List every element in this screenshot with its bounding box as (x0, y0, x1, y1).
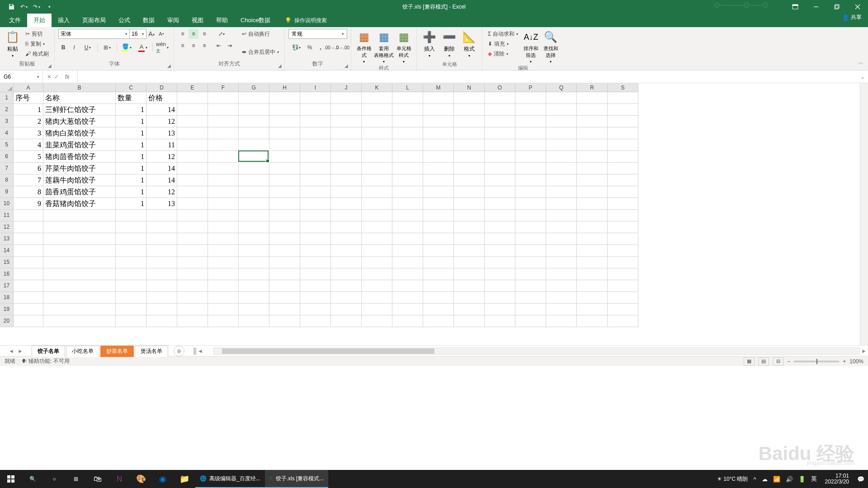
cell-J15[interactable] (331, 257, 362, 268)
cell-J20[interactable] (331, 315, 362, 327)
battery-icon[interactable]: 🔋 (798, 476, 806, 483)
align-top-button[interactable]: ≡ (178, 29, 188, 39)
cell-H5[interactable] (269, 139, 300, 151)
underline-button[interactable]: U▾ (80, 42, 95, 52)
cell-P7[interactable] (515, 163, 546, 174)
cell-M19[interactable] (423, 304, 454, 315)
taskbar-chrome[interactable]: 🌐高级编辑器_百度经... (195, 470, 265, 488)
cell-D15[interactable] (146, 257, 177, 268)
cell-M10[interactable] (423, 198, 454, 210)
cell-I20[interactable] (300, 315, 331, 327)
wrap-text-button[interactable]: ↩自动换行 (240, 29, 281, 39)
cell-F7[interactable] (208, 163, 239, 174)
cell-F18[interactable] (208, 292, 239, 304)
font-color-button[interactable]: A▾ (135, 42, 151, 52)
col-header-B[interactable]: B (43, 83, 116, 92)
cell-L16[interactable] (392, 268, 423, 280)
row-header-14[interactable]: 14 (0, 245, 14, 257)
cell-Q13[interactable] (546, 233, 577, 245)
ribbon-tab-公式[interactable]: 公式 (112, 14, 137, 27)
cell-I13[interactable] (300, 233, 331, 245)
col-header-E[interactable]: E (177, 83, 208, 92)
save-button[interactable] (5, 1, 17, 13)
cell-H16[interactable] (269, 268, 300, 280)
cell-R14[interactable] (577, 245, 608, 257)
cell-I8[interactable] (300, 174, 331, 186)
cell-J8[interactable] (331, 174, 362, 186)
cell-Q6[interactable] (546, 151, 577, 163)
cell-C10[interactable]: 1 (116, 198, 146, 210)
cell-N13[interactable] (454, 233, 485, 245)
italic-button[interactable]: I (69, 42, 79, 52)
cell-I16[interactable] (300, 268, 331, 280)
fill-color-button[interactable]: 🪣▾ (119, 42, 134, 52)
cell-P9[interactable] (515, 186, 546, 198)
cell-C7[interactable]: 1 (116, 163, 146, 174)
cell-S19[interactable] (608, 304, 638, 315)
cell-P16[interactable] (515, 268, 546, 280)
decrease-font-button[interactable]: A▾ (156, 29, 166, 39)
cell-R17[interactable] (577, 280, 608, 292)
notifications-icon[interactable]: 💬 (857, 476, 864, 483)
cell-B18[interactable] (43, 292, 116, 304)
cell-H7[interactable] (269, 163, 300, 174)
edge-icon[interactable]: ◉ (152, 470, 174, 488)
cell-O16[interactable] (485, 268, 515, 280)
insert-cells-button[interactable]: ➕插入▾ (420, 29, 439, 59)
cell-K19[interactable] (362, 304, 392, 315)
cell-I19[interactable] (300, 304, 331, 315)
cell-R19[interactable] (577, 304, 608, 315)
formula-bar[interactable] (78, 70, 857, 83)
tray-chevron-icon[interactable]: ^ (754, 476, 756, 483)
cell-D12[interactable] (146, 221, 177, 233)
cell-Q9[interactable] (546, 186, 577, 198)
cell-H6[interactable] (269, 151, 300, 163)
cell-D8[interactable]: 14 (146, 174, 177, 186)
cell-Q4[interactable] (546, 127, 577, 139)
row-header-9[interactable]: 9 (0, 186, 14, 198)
cell-F3[interactable] (208, 116, 239, 127)
clear-button[interactable]: ◆清除▾ (486, 49, 520, 59)
row-header-7[interactable]: 7 (0, 163, 14, 174)
hscroll-left[interactable]: ◄ (196, 348, 204, 354)
col-header-C[interactable]: C (116, 83, 146, 92)
dialog-launcher-icon[interactable]: ◢ (167, 63, 171, 68)
cell-A14[interactable] (14, 245, 43, 257)
cell-Q7[interactable] (546, 163, 577, 174)
cancel-formula-icon[interactable]: ✕ (47, 74, 52, 80)
cell-Q5[interactable] (546, 139, 577, 151)
cell-S2[interactable] (608, 104, 638, 116)
cell-P14[interactable] (515, 245, 546, 257)
collapse-ribbon-button[interactable]: ︿ (858, 59, 863, 66)
close-button[interactable] (847, 0, 868, 14)
dialog-launcher-icon[interactable]: ◢ (344, 63, 348, 68)
cell-L6[interactable] (392, 151, 423, 163)
cell-H4[interactable] (269, 127, 300, 139)
row-header-5[interactable]: 5 (0, 139, 14, 151)
align-left-button[interactable]: ≡ (178, 41, 188, 51)
cell-O10[interactable] (485, 198, 515, 210)
row-header-19[interactable]: 19 (0, 304, 14, 315)
row-header-16[interactable]: 16 (0, 268, 14, 280)
col-header-I[interactable]: I (300, 83, 331, 92)
cell-J6[interactable] (331, 151, 362, 163)
cell-I4[interactable] (300, 127, 331, 139)
cell-Q12[interactable] (546, 221, 577, 233)
cell-J12[interactable] (331, 221, 362, 233)
border-button[interactable]: ⊞▾ (99, 42, 115, 52)
cell-P18[interactable] (515, 292, 546, 304)
horizontal-scrollbar[interactable] (213, 347, 860, 355)
cell-N14[interactable] (454, 245, 485, 257)
row-header-3[interactable]: 3 (0, 116, 14, 127)
cell-J14[interactable] (331, 245, 362, 257)
cell-J16[interactable] (331, 268, 362, 280)
cell-O20[interactable] (485, 315, 515, 327)
cell-E12[interactable] (177, 221, 208, 233)
cell-G9[interactable] (239, 186, 269, 198)
cell-E10[interactable] (177, 198, 208, 210)
ribbon-tab-Choice数据[interactable]: Choice数据 (234, 14, 277, 27)
cell-S12[interactable] (608, 221, 638, 233)
col-header-P[interactable]: P (515, 83, 546, 92)
fx-icon[interactable]: fx (61, 74, 73, 80)
cell-J19[interactable] (331, 304, 362, 315)
